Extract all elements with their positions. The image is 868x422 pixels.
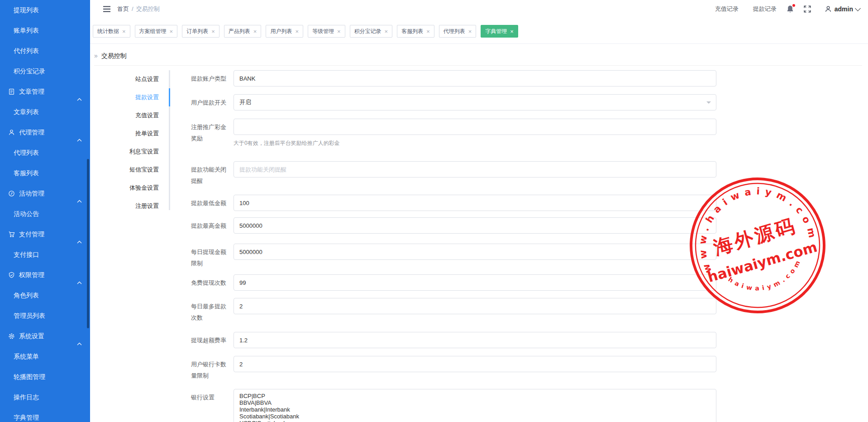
tab-level-manage[interactable]: 等级管理× — [308, 25, 345, 38]
register-bonus-input[interactable] — [234, 119, 716, 135]
nav-item-grab-settings[interactable]: 抢单设置 — [90, 125, 159, 143]
withdraw-record-link[interactable]: 提款记录 — [753, 5, 777, 13]
sidebar-item-label: 系统菜单 — [14, 346, 39, 367]
sidebar-item-article-list[interactable]: 文章列表 — [0, 102, 90, 122]
withdraw-switch-select[interactable] — [234, 94, 716, 110]
sidebar-group-payment[interactable]: 支付管理 — [0, 224, 90, 245]
sidebar-item-label: 支付接口 — [14, 245, 39, 265]
nav-item-sms-settings[interactable]: 短信宝设置 — [90, 161, 159, 179]
nav-item-trial-settings[interactable]: 体验金设置 — [90, 179, 159, 197]
sidebar-group-permission[interactable]: 权限管理 — [0, 265, 90, 285]
fullscreen-icon[interactable] — [804, 5, 811, 13]
sidebar-item-operation-log[interactable]: 操作日志 — [0, 387, 90, 408]
sidebar-item-system-menu[interactable]: 系统菜单 — [0, 346, 90, 367]
tab-strip: 统计数据× 方案组管理× 订单列表× 产品列表× 用户列表× 等级管理× 积分宝… — [90, 18, 868, 44]
withdraw-account-type-input[interactable] — [234, 70, 716, 86]
daily-max-withdraw-times-input[interactable] — [234, 298, 716, 314]
tab-points-record[interactable]: 积分宝记录× — [350, 25, 393, 38]
tab-label: 等级管理 — [312, 25, 334, 37]
field-label: 提款最高金额 — [191, 217, 227, 231]
sidebar-item-label: 代理管理 — [19, 122, 44, 143]
sidebar-group-agent[interactable]: 代理管理 — [0, 122, 90, 143]
notification-dot — [792, 4, 795, 7]
field-label: 用户提款开关 — [191, 94, 227, 108]
withdraw-closed-notice-input[interactable] — [234, 161, 716, 177]
sidebar-item-points-record[interactable]: 积分宝记录 — [0, 61, 90, 82]
tab-plan-group[interactable]: 方案组管理× — [135, 25, 178, 38]
sidebar-group-activity[interactable]: 活动管理 — [0, 183, 90, 204]
field-label: 用户银行卡数量限制 — [191, 356, 227, 381]
close-icon[interactable]: × — [337, 29, 341, 34]
topbar: 首页/交易控制 充值记录 提款记录 admin — [90, 0, 868, 18]
field-label: 银行设置 — [191, 389, 227, 403]
tab-order-list[interactable]: 订单列表× — [182, 25, 219, 38]
bank-settings-textarea[interactable] — [234, 389, 716, 422]
gear-icon — [8, 333, 15, 340]
field-label: 注册推广彩金奖励 — [191, 119, 227, 144]
nav-item-withdraw-settings[interactable]: 提款设置 — [90, 88, 159, 106]
sidebar-item-service-list[interactable]: 客服列表 — [0, 163, 90, 183]
tab-label: 客服列表 — [401, 25, 423, 37]
excess-fee-rate-input[interactable] — [234, 332, 716, 348]
document-icon — [8, 88, 15, 95]
recharge-record-link[interactable]: 充值记录 — [715, 5, 739, 13]
shield-icon — [8, 272, 15, 278]
breadcrumb-home[interactable]: 首页 — [117, 5, 129, 12]
page-title-bar: »交易控制 — [94, 44, 862, 66]
close-icon[interactable]: × — [385, 29, 388, 34]
tab-statistics[interactable]: 统计数据× — [93, 25, 130, 38]
tab-agent-list[interactable]: 代理列表× — [439, 25, 477, 38]
tab-service-list[interactable]: 客服列表× — [397, 25, 434, 38]
nav-item-register-settings[interactable]: 注册设置 — [90, 197, 159, 215]
sidebar: 提现列表 账单列表 代付列表 积分宝记录 文章管理 文章列表 代理管理 代理列表… — [0, 0, 90, 422]
nav-item-site-settings[interactable]: 站点设置 — [90, 70, 159, 88]
close-icon[interactable]: × — [211, 29, 215, 34]
collapse-sidebar-icon[interactable] — [103, 6, 111, 12]
topbar-actions: 充值记录 提款记录 admin — [715, 5, 868, 13]
bank-card-limit-input[interactable] — [234, 356, 716, 372]
tab-label: 方案组管理 — [139, 25, 167, 37]
min-withdraw-input[interactable] — [234, 195, 716, 211]
close-icon[interactable]: × — [468, 29, 472, 34]
person-icon — [825, 5, 832, 13]
sidebar-group-system[interactable]: 系统设置 — [0, 326, 90, 346]
chevron-up-icon — [77, 334, 82, 337]
activity-icon — [8, 190, 15, 197]
notification-bell-icon[interactable] — [787, 5, 794, 13]
sidebar-item-role-list[interactable]: 角色列表 — [0, 285, 90, 306]
tab-product-list[interactable]: 产品列表× — [224, 25, 262, 38]
nav-item-recharge-settings[interactable]: 充值设置 — [90, 106, 159, 125]
close-icon[interactable]: × — [510, 29, 514, 34]
chevron-up-icon — [77, 191, 82, 195]
sidebar-item-withdraw-list[interactable]: 提现列表 — [0, 0, 90, 20]
close-icon[interactable]: × — [295, 29, 299, 34]
sidebar-item-payout-list[interactable]: 代付列表 — [0, 41, 90, 61]
sidebar-item-admin-list[interactable]: 管理员列表 — [0, 306, 90, 326]
admin-page: 提现列表 账单列表 代付列表 积分宝记录 文章管理 文章列表 代理管理 代理列表… — [0, 0, 868, 422]
form-row: 提款功能关闭提醒 — [191, 161, 716, 187]
sidebar-group-article[interactable]: 文章管理 — [0, 82, 90, 102]
daily-withdraw-limit-input[interactable] — [234, 244, 716, 260]
tab-user-list[interactable]: 用户列表× — [266, 25, 303, 38]
close-icon[interactable]: × — [122, 29, 126, 34]
free-withdraw-times-input[interactable] — [234, 274, 716, 291]
user-menu[interactable]: admin — [825, 5, 860, 13]
sidebar-item-label: 活动公告 — [14, 204, 39, 224]
sidebar-item-agent-list[interactable]: 代理列表 — [0, 143, 90, 163]
form-row: 提款账户类型 — [191, 70, 716, 86]
close-icon[interactable]: × — [170, 29, 173, 34]
close-icon[interactable]: × — [426, 29, 430, 34]
sidebar-item-payment-api[interactable]: 支付接口 — [0, 245, 90, 265]
sidebar-item-bill-list[interactable]: 账单列表 — [0, 20, 90, 41]
max-withdraw-input[interactable] — [234, 217, 716, 234]
close-icon[interactable]: × — [253, 29, 257, 34]
sidebar-scrollbar[interactable] — [87, 159, 89, 328]
sidebar-item-activity-notice[interactable]: 活动公告 — [0, 204, 90, 224]
cart-icon — [8, 231, 15, 238]
sidebar-item-carousel[interactable]: 轮播图管理 — [0, 367, 90, 387]
nav-item-interest-settings[interactable]: 利息宝设置 — [90, 143, 159, 161]
form-row: 每日提现金额限制 — [191, 244, 716, 269]
form-row: 用户银行卡数量限制 — [191, 356, 716, 381]
tab-dictionary-active[interactable]: 字典管理× — [481, 25, 518, 38]
sidebar-item-dictionary[interactable]: 字典管理 — [0, 408, 90, 422]
